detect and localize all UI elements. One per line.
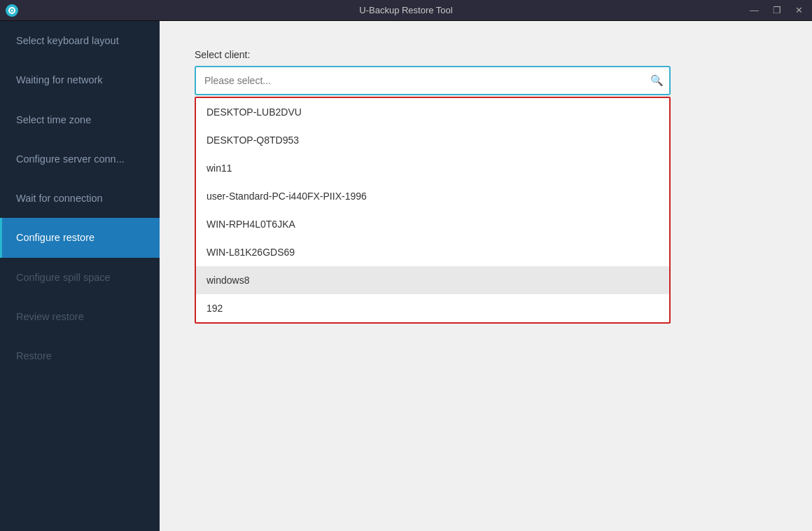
close-button[interactable]: ✕ [792,4,806,16]
dropdown-item-6[interactable]: WIN-L81K26GDS69 [196,238,669,266]
svg-point-1 [11,9,13,11]
minimize-button[interactable]: — [746,4,762,16]
titlebar-left [6,4,18,17]
dropdown-item-3[interactable]: win11 [196,154,669,182]
sidebar-item-review-restore: Review restore [0,297,160,336]
titlebar-title: U-Backup Restore Tool [359,5,452,15]
maximize-button[interactable]: ❐ [769,4,785,16]
sidebar-item-select-time-zone[interactable]: Select time zone [0,100,160,139]
sidebar-item-wait-for-connection[interactable]: Wait for connection [0,179,160,218]
dropdown-item-8[interactable]: 192 [196,294,669,322]
app-icon [6,4,18,17]
search-input[interactable] [195,66,671,95]
dropdown-item-2[interactable]: DESKTOP-Q8TD953 [196,126,669,154]
sidebar-item-waiting-for-network[interactable]: Waiting for network [0,60,160,99]
titlebar-controls: — ❐ ✕ [746,4,806,16]
dropdown-item-1[interactable]: DESKTOP-LUB2DVU [196,98,669,126]
sidebar-item-configure-server-conn[interactable]: Configure server conn... [0,139,160,179]
content-area: Select client: 🔍 DESKTOP-LUB2DVUDESKTOP-… [160,21,812,531]
dropdown-item-7[interactable]: windows8 [196,266,669,294]
dropdown-item-5[interactable]: WIN-RPH4L0T6JKA [196,210,669,238]
sidebar-item-select-keyboard-layout[interactable]: Select keyboard layout [0,21,160,60]
sidebar-item-restore: Restore [0,336,160,375]
sidebar-item-configure-restore[interactable]: Configure restore [0,218,160,257]
dropdown-item-4[interactable]: user-Standard-PC-i440FX-PIIX-1996 [196,182,669,210]
main-layout: Select keyboard layoutWaiting for networ… [0,21,812,531]
select-client-label: Select client: [195,49,777,60]
dropdown-list: DESKTOP-LUB2DVUDESKTOP-Q8TD953win11user-… [195,97,671,324]
sidebar: Select keyboard layoutWaiting for networ… [0,21,160,531]
titlebar: U-Backup Restore Tool — ❐ ✕ [0,0,812,21]
sidebar-item-configure-spill-space: Configure spill space [0,258,160,297]
search-icon: 🔍 [650,74,664,87]
search-box-wrapper: 🔍 [195,66,671,95]
